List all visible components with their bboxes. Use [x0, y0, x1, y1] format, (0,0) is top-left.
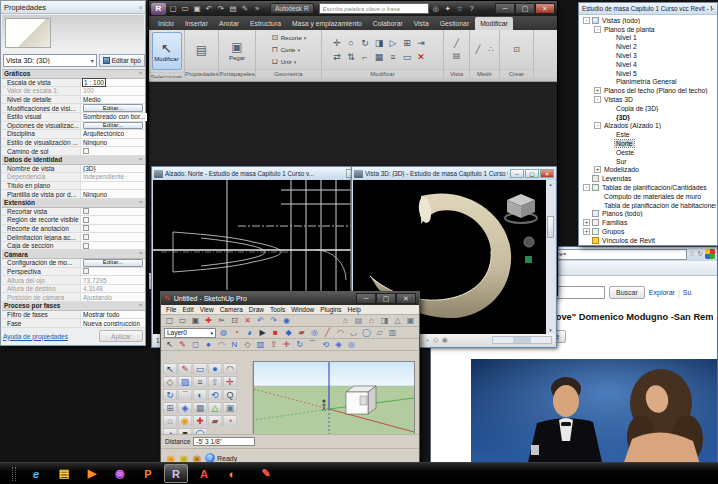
editar-button[interactable]: Editar... [83, 104, 143, 112]
property-checkbox[interactable] [83, 225, 89, 231]
toolbar-icon[interactable]: ╱ [322, 328, 333, 338]
tree-item[interactable]: Norte [580, 139, 716, 148]
properties-titlebar[interactable]: Propiedades ▫ [1, 1, 145, 14]
close-button[interactable]: ✕ [396, 293, 416, 304]
editar-button[interactable]: Editar... [83, 122, 143, 130]
toolbar-icon[interactable]: ◔ [231, 328, 242, 338]
vertical-scrollbar[interactable]: ▴ ▾ [546, 180, 555, 334]
scroll-down-icon[interactable]: ▾ [549, 326, 552, 334]
ribbon-tab[interactable]: Gestionar [435, 17, 474, 30]
toolbar-icon[interactable]: ⌂ [340, 316, 351, 326]
property-row[interactable]: Gráficos ^ [2, 70, 145, 79]
project-browser-titlebar[interactable]: Estudio de masa Capitulo 1 Curso vcc Rev… [579, 3, 717, 15]
qat-icon[interactable]: ▣ [191, 3, 203, 14]
tree-item[interactable]: Planos (todo) [580, 210, 716, 219]
toolbar-icon[interactable]: ✕ [242, 316, 253, 326]
toolbar-icon[interactable]: ▢ [164, 316, 175, 326]
edit-type-button[interactable]: Editar tipo [99, 54, 145, 67]
taskbar-app-icon[interactable]: R [164, 464, 188, 483]
infocenter-search-input[interactable]: Escriba palabra clave o frase [319, 3, 429, 14]
video-player[interactable] [471, 359, 717, 471]
taskbar-app-icon[interactable]: ◐ [220, 464, 244, 483]
paste-icon[interactable]: ▣ [229, 39, 245, 55]
tool-icon[interactable]: ↖ [163, 363, 177, 375]
property-checkbox[interactable] [83, 217, 89, 223]
distance-field[interactable]: -5' 3 1/8" [193, 437, 255, 446]
tool-icon[interactable]: ✚ [193, 415, 207, 427]
toolbar-icon[interactable]: ⊡ [229, 316, 240, 326]
vista-tool-icon[interactable]: ╱ [451, 38, 462, 49]
menu-item[interactable]: Draw [249, 306, 264, 313]
geometry-tool[interactable]: ⊓Corte▾ [271, 44, 307, 55]
tree-item[interactable]: Cómputo de materiales de muro [580, 192, 716, 201]
tree-expander-icon[interactable]: - [594, 96, 601, 103]
toolbar-icon[interactable]: ⌂ [366, 316, 377, 326]
maximize-button[interactable]: ▢ [515, 3, 535, 14]
tree-item[interactable]: Nivel 2 [580, 42, 716, 51]
property-row[interactable]: Recorte de anotación ^ [2, 225, 145, 234]
tree-expander-icon[interactable]: + [583, 219, 590, 226]
tool-icon[interactable]: ⌒ [178, 389, 192, 401]
tree-item[interactable]: Nivel 5 [580, 69, 716, 78]
refresh-icon[interactable]: ↻ [697, 250, 703, 258]
property-row[interactable]: Altura de destino 4.3148 4.3148 ^ [2, 285, 145, 294]
taskbar-app-icon[interactable]: A [192, 464, 216, 483]
tree-item[interactable]: Copia de {3D} [580, 104, 716, 113]
modify-tool-icon[interactable]: ✛ [331, 36, 344, 49]
ribbon-tab[interactable]: Colaborar [368, 17, 408, 30]
tool-icon[interactable]: ▦ [193, 402, 207, 414]
infocenter-icon[interactable]: ◎ [430, 3, 442, 14]
property-row[interactable]: Nivel de detalle Medio Medio ^ [2, 96, 145, 105]
toolbar-icon[interactable]: ◎ [309, 328, 320, 338]
property-checkbox[interactable] [83, 148, 89, 154]
taskbar-app-icon[interactable]: ✎ [248, 464, 272, 483]
ribbon-tab[interactable]: Modificar [475, 17, 513, 30]
tree-expander-icon[interactable]: - [594, 122, 601, 129]
toolbar-icon[interactable]: ◡ [348, 328, 359, 338]
qat-icon[interactable]: ▭ [179, 3, 191, 14]
tree-expander-icon[interactable]: + [594, 87, 601, 94]
tool-icon[interactable]: ⟲ [208, 389, 222, 401]
toolbar-icon[interactable]: ✚ [203, 316, 214, 326]
favorites-star-icon[interactable]: ☆ [689, 250, 695, 258]
tool-icon[interactable]: ✎ [178, 363, 192, 375]
tree-item[interactable]: Tabla de planificación de habitaciones [580, 201, 716, 210]
youtube-explore-link[interactable]: Explorar [649, 289, 675, 296]
tool-icon[interactable]: ↻ [163, 389, 177, 401]
qat-icon[interactable]: ↶ [203, 3, 215, 14]
toolbar-icon[interactable]: ▣ [190, 316, 201, 326]
layer-combo[interactable]: Layer0▾ [164, 328, 216, 338]
tree-expander-icon[interactable]: - [594, 26, 601, 33]
property-row[interactable]: Extensión ^ [2, 199, 145, 208]
ribbon-tab[interactable]: Anotar [214, 17, 244, 30]
tool-icon[interactable]: ≡ [193, 376, 207, 388]
modify-tool-icon[interactable]: ▷ [387, 36, 400, 49]
taskbar-app-icon[interactable]: ▤ [52, 464, 76, 483]
tool-icon[interactable]: △ [208, 402, 222, 414]
ribbon-tab[interactable]: Estructura [245, 17, 286, 30]
view-control-icon[interactable]: ◇ [431, 336, 440, 345]
tool-icon[interactable]: ▨ [178, 376, 192, 388]
toolbar-icon[interactable]: ◉ [281, 316, 292, 326]
type-selector-combo[interactable]: Vista 3D: (3D)▾ [3, 54, 97, 67]
property-row[interactable]: Estilo visual Sombreado con bor... Sombr… [2, 113, 145, 122]
toolbar-icon[interactable]: ▰ [296, 328, 307, 338]
youtube-upload-link[interactable]: Su [683, 289, 692, 296]
tree-expander-icon[interactable]: + [594, 166, 601, 173]
toolbar-icon[interactable]: ◇ [242, 340, 253, 350]
tree-item[interactable]: Este [580, 130, 716, 139]
modify-tool-icon[interactable]: ◨ [373, 36, 386, 49]
tree-item[interactable]: - Alzados (Alzado 1) [580, 122, 716, 131]
taskbar-grip[interactable] [12, 467, 16, 481]
tree-item[interactable]: Nivel 1 [580, 34, 716, 43]
tree-item[interactable]: + Modelizado [580, 166, 716, 175]
toolbar-icon[interactable]: ◆ [283, 328, 294, 338]
modify-tool-icon[interactable]: ⇥ [415, 36, 428, 49]
toolbar-icon[interactable]: ↻ [294, 340, 305, 350]
menu-item[interactable]: Window [291, 306, 314, 313]
toolbar-icon[interactable]: ↷ [268, 316, 279, 326]
menu-item[interactable]: Tools [270, 306, 285, 313]
property-row[interactable]: Recortar vista ^ [2, 208, 145, 217]
toolbar-icon[interactable]: ◈ [333, 340, 344, 350]
toolbar-icon[interactable]: △ [392, 316, 403, 326]
